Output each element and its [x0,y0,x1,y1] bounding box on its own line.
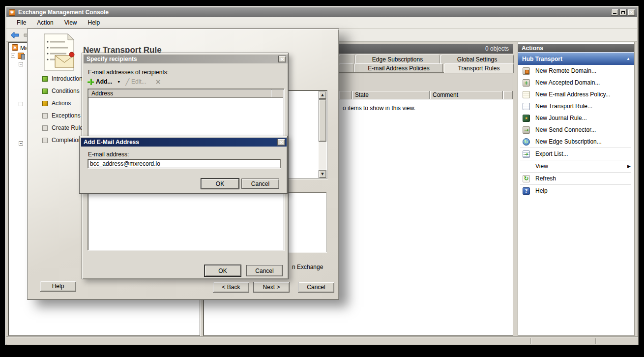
add-dropdown-icon[interactable]: ▼ [114,80,123,84]
scrollbar-thumb[interactable] [319,99,326,142]
tab-transport-rules[interactable]: Transport Rules [444,63,514,73]
refresh-icon: ↻ [523,175,530,182]
action-new-accepted-domain[interactable]: + New Accepted Domain... [518,77,634,89]
add-ok-button[interactable]: OK [201,178,239,189]
email-address-policy-icon [523,91,530,98]
action-new-transport-rule[interactable]: New Transport Rule... [518,100,634,112]
wizard-next-button[interactable]: Next > [253,282,290,293]
recipients-toolbar: Add... ▼ ╱ Edit... × [88,77,161,87]
edit-button[interactable]: Edit... [131,78,146,85]
back-button[interactable] [9,30,21,40]
edit-icon: ╱ [125,78,129,86]
address-column-header[interactable]: Address [88,89,271,98]
actions-pane-title: Actions [518,44,634,52]
action-export-list[interactable]: ➜ Export List... [518,148,634,160]
email-address-input[interactable]: bcc_address@mxrecord.io [88,159,281,168]
hub-transport-section-header[interactable]: Hub Transport ▲ [518,52,634,65]
wizard-cancel-button[interactable]: Cancel [298,282,334,293]
action-new-send-connector[interactable]: → New Send Connector... [518,124,634,136]
add-button[interactable]: Add... [96,78,112,85]
exchange-app-icon: ✱ [9,9,15,16]
specify-cancel-button[interactable]: Cancel [246,265,283,276]
recipients-field-label: E-mail addresses of recipients: [88,69,169,76]
add-cancel-button[interactable]: Cancel [241,178,279,189]
menu-file[interactable]: File [11,18,31,28]
column-header-state[interactable]: State [352,91,430,99]
step-status-icon [42,113,48,119]
transport-rule-icon [523,103,530,110]
wizard-help-button[interactable]: Help [40,281,76,292]
close-icon[interactable]: × [278,56,286,62]
tab-global-settings[interactable]: Global Settings [440,55,514,63]
tab-stub-row2[interactable] [339,63,353,72]
background-text-fragment: n Exchange [292,264,323,270]
add-icon [88,79,94,85]
text-caret [161,160,161,167]
wizard-step-conditions: Conditions [42,88,80,94]
tab-email-address-policies[interactable]: E-mail Address Policies [354,63,443,72]
step-status-icon [42,76,48,82]
tab-stub-row1[interactable] [339,55,354,63]
add-email-address-dialog: Add E-Mail Address × E-mail address: bcc… [79,136,288,194]
tree-org-icon [18,53,24,59]
transport-rule-wizard-icon [42,33,78,74]
send-connector-icon: → [523,126,530,134]
action-new-journal-rule[interactable]: ★ New Journal Rule... [518,112,634,124]
action-new-remote-domain[interactable]: New Remote Domain... [518,65,634,77]
step-status-icon [42,138,48,143]
scroll-down-icon[interactable]: ▼ [319,170,326,178]
wizard-step-introduction: Introduction [42,75,83,82]
scroll-up-icon[interactable]: ▲ [319,91,326,99]
step-status-icon [42,89,48,94]
journal-rule-icon: ★ [523,115,530,122]
submenu-arrow-icon: ▶ [627,164,631,169]
address-column-header-blank[interactable] [271,89,283,98]
edge-subscription-icon: ↻ [523,138,530,146]
wizard-step-completion: Completion [42,137,82,144]
wizard-step-exceptions: Exceptions [42,112,81,119]
delete-icon[interactable]: × [148,78,161,86]
action-refresh[interactable]: ↻ Refresh [518,173,634,184]
close-button[interactable]: × [628,9,635,16]
collapse-icon[interactable]: ▲ [626,57,630,61]
wizard-back-button[interactable]: < Back [213,282,249,293]
specify-ok-button[interactable]: OK [205,265,241,276]
column-header-comment[interactable]: Comment [430,91,503,99]
window-title: Exchange Management Console [18,9,109,16]
menu-action[interactable]: Action [31,18,59,28]
action-help[interactable]: ? Help [518,185,634,197]
status-bar [6,337,638,345]
accepted-domain-icon: + [523,79,530,87]
menu-help[interactable]: Help [83,18,106,28]
step-status-icon [42,125,48,131]
tree-expander-icon[interactable]: − [19,102,23,106]
export-list-icon: ➜ [523,150,530,158]
minimize-button[interactable] [611,9,618,16]
window-titlebar[interactable]: ✱ Exchange Management Console × [6,7,637,17]
tree-root-icon: ✱ [12,44,18,51]
empty-list-message: o items to show in this view. [343,105,415,112]
scrollbar-track[interactable] [319,142,326,170]
email-field-label: E-mail address: [88,151,129,158]
action-new-edge-subscription[interactable]: ↻ New Edge Subscription... [518,136,634,148]
tree-expander-icon[interactable]: − [19,141,23,146]
tree-expander-icon[interactable]: − [19,62,23,66]
action-view[interactable]: View ▶ [518,160,634,172]
column-header-blank[interactable] [503,91,513,99]
add-email-address-titlebar[interactable]: Add E-Mail Address × [81,138,287,147]
column-header-stub[interactable] [339,91,352,99]
wizard-step-actions: Actions [42,100,71,107]
action-new-email-address-policy[interactable]: New E-mail Address Policy... [518,89,634,100]
back-arrow-icon [11,32,19,38]
actions-list: New Remote Domain... + New Accepted Doma… [518,65,634,335]
step-status-icon [42,101,48,106]
menu-view[interactable]: View [59,18,83,28]
specify-recipients-titlebar[interactable]: Specify recipients × [84,55,288,63]
remote-domain-icon [523,67,530,75]
tab-edge-subscriptions[interactable]: Edge Subscriptions [355,55,439,63]
restore-button[interactable] [619,9,627,16]
close-icon[interactable]: × [277,139,285,146]
wizard-step-create-rule: Create Rule [42,124,83,131]
menu-bar: File Action View Help [6,17,637,29]
tree-expander-icon[interactable]: − [11,54,15,58]
